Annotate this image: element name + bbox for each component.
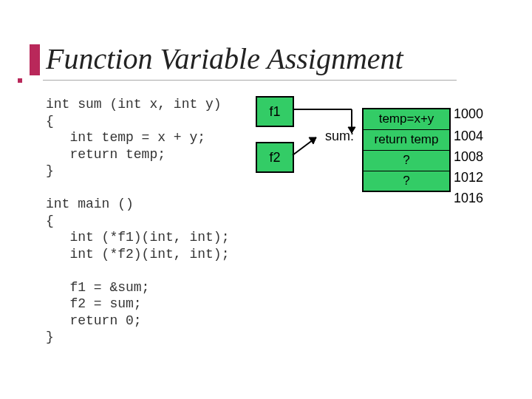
address-label: 1004 (454, 129, 483, 144)
address-label: 1000 (454, 106, 483, 122)
slide-title: Function Variable Assignment (46, 41, 403, 76)
address-label: 1016 (454, 191, 483, 206)
title-divider (43, 80, 457, 81)
sum-label: sum: (325, 129, 354, 144)
box-f2: f2 (256, 142, 294, 173)
code-block: int sum (int x, int y) { int temp = x + … (46, 96, 229, 346)
accent-square (18, 78, 22, 83)
table-row: return temp (363, 129, 450, 150)
svg-marker-4 (309, 137, 316, 144)
accent-bar (30, 44, 40, 75)
table-row: ? (363, 150, 450, 171)
arrow-f2-to-sum (291, 136, 325, 158)
address-label: 1012 (454, 170, 483, 185)
box-f1: f1 (256, 96, 294, 127)
memory-table: temp=x+y return temp ? ? (362, 108, 451, 192)
table-row: ? (363, 171, 450, 191)
address-label: 1008 (454, 149, 483, 165)
table-row: temp=x+y (363, 109, 450, 129)
